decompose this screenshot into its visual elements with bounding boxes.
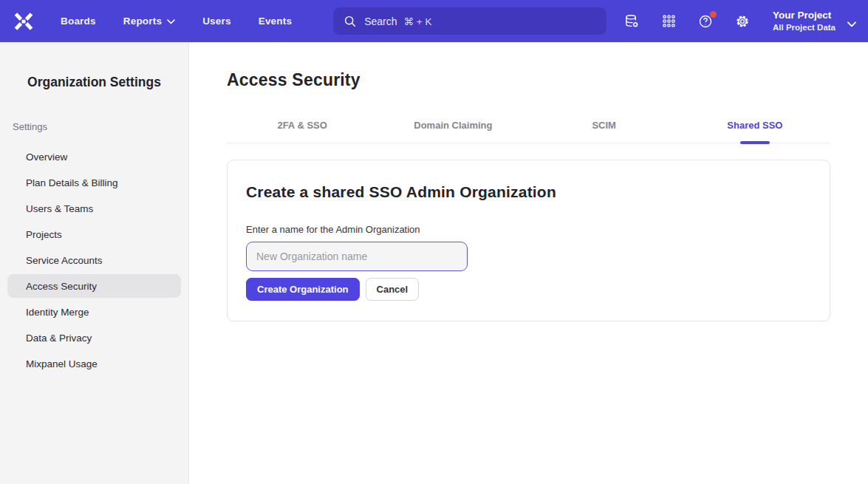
sidebar-title: Organization Settings xyxy=(0,75,188,90)
project-names: Your Project All Project Data xyxy=(773,10,835,33)
sidebar-item-plan-details-billing[interactable]: Plan Details & Billing xyxy=(7,171,181,194)
sidebar-item-access-security[interactable]: Access Security xyxy=(7,274,181,298)
cancel-button[interactable]: Cancel xyxy=(366,278,420,301)
nav-item-reports-label: Reports xyxy=(123,16,162,27)
org-name-input[interactable] xyxy=(246,242,468,271)
tab-scim[interactable]: SCIM xyxy=(529,109,680,143)
sidebar-item-identity-merge[interactable]: Identity Merge xyxy=(7,300,181,324)
card-title: Create a shared SSO Admin Organization xyxy=(246,183,811,201)
settings-sidebar: Organization Settings Settings Overview … xyxy=(0,42,189,484)
nav-item-boards-label: Boards xyxy=(61,16,96,27)
nav-links: Boards Reports Users Events xyxy=(61,16,292,27)
create-organization-button[interactable]: Create Organization xyxy=(246,278,360,301)
app-window: Boards Reports Users Events xyxy=(0,0,868,484)
sidebar-item-service-accounts[interactable]: Service Accounts xyxy=(7,248,181,272)
project-name: Your Project xyxy=(773,10,835,21)
tab-shared-sso[interactable]: Shared SSO xyxy=(680,109,830,143)
button-row: Create Organization Cancel xyxy=(246,278,811,301)
notification-badge xyxy=(710,11,717,18)
sidebar-item-projects[interactable]: Projects xyxy=(7,222,181,246)
search-placeholder: Search xyxy=(364,16,397,27)
sidebar-item-users-teams[interactable]: Users & Teams xyxy=(7,197,181,220)
data-management-icon[interactable] xyxy=(623,13,640,30)
main-content: Access Security 2FA & SSO Domain Claimin… xyxy=(189,42,868,484)
nav-right-icons xyxy=(623,13,751,30)
sidebar-item-data-privacy[interactable]: Data & Privacy xyxy=(7,326,181,350)
tab-domain-claiming[interactable]: Domain Claiming xyxy=(377,109,528,143)
chevron-down-icon xyxy=(847,17,856,30)
nav-item-users[interactable]: Users xyxy=(202,16,231,27)
mixpanel-logo-icon[interactable] xyxy=(13,12,34,31)
nav-item-events[interactable]: Events xyxy=(259,16,292,27)
apps-grid-icon[interactable] xyxy=(660,13,677,30)
sidebar-item-mixpanel-usage[interactable]: Mixpanel Usage xyxy=(7,352,181,375)
nav-item-boards[interactable]: Boards xyxy=(61,16,96,27)
project-switcher[interactable]: Your Project All Project Data xyxy=(773,10,856,33)
org-name-field-label: Enter a name for the Admin Organization xyxy=(246,224,811,235)
search-input[interactable]: Search ⌘ + K xyxy=(333,7,606,35)
help-icon[interactable] xyxy=(697,13,714,30)
nav-item-reports[interactable]: Reports xyxy=(123,16,175,27)
settings-gear-icon[interactable] xyxy=(734,13,751,30)
chevron-down-icon xyxy=(167,19,175,24)
sidebar-section-label: Settings xyxy=(0,121,188,132)
nav-item-users-label: Users xyxy=(202,16,231,27)
search-icon xyxy=(344,15,357,28)
nav-item-events-label: Events xyxy=(259,16,292,27)
top-nav: Boards Reports Users Events xyxy=(0,0,868,42)
tab-2fa-sso[interactable]: 2FA & SSO xyxy=(227,109,377,143)
sidebar-item-overview[interactable]: Overview xyxy=(7,145,181,168)
project-subtitle: All Project Data xyxy=(773,23,835,33)
search-shortcut: ⌘ + K xyxy=(404,16,432,27)
tab-bar: 2FA & SSO Domain Claiming SCIM Shared SS… xyxy=(227,109,830,143)
page-title: Access Security xyxy=(227,70,830,90)
create-admin-org-card: Create a shared SSO Admin Organization E… xyxy=(227,160,830,321)
